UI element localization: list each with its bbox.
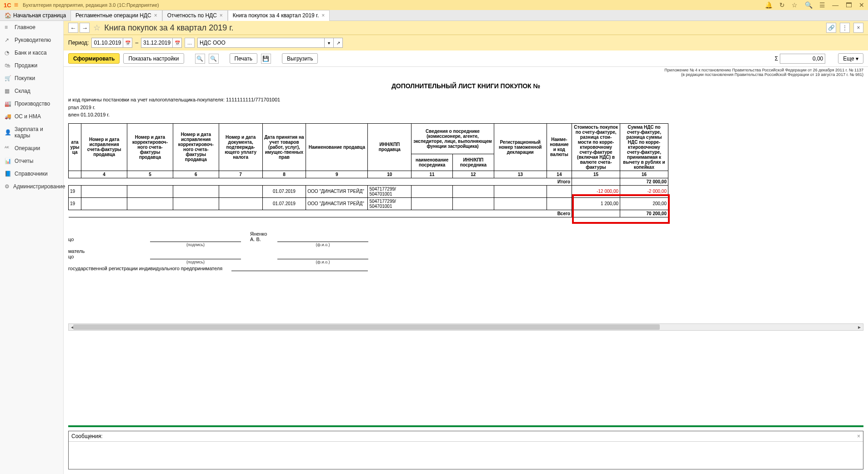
sign-sub: (ф.и.о.) xyxy=(277,260,368,264)
main-area: ← → ☆ Книга покупок за 4 квартал 2019 г.… xyxy=(64,21,868,474)
cell xyxy=(127,185,173,197)
bank-icon: ◔ xyxy=(5,50,11,56)
tab-close-icon[interactable]: × xyxy=(321,12,325,19)
cell: 01.07.2019 xyxy=(262,197,306,210)
cell xyxy=(547,185,572,197)
nav-assets[interactable]: 🚚ОС и НМА xyxy=(0,110,63,123)
favorite-star-icon[interactable]: ☆ xyxy=(93,23,100,33)
tab-label: Отчетность по НДС xyxy=(167,12,217,19)
export-button[interactable]: Выгрузить xyxy=(282,53,318,64)
link-icon[interactable]: 🔗 xyxy=(826,23,836,33)
maximize-icon[interactable]: 🗖 xyxy=(846,1,852,9)
scroll-right-icon[interactable]: ▸ xyxy=(856,324,863,330)
back-button[interactable]: ← xyxy=(68,23,78,33)
table-row: 19 01.07.2019 ООО "ДИНАСТИЯ ТРЕЙД" 50471… xyxy=(69,197,668,210)
filter-bar: Период: 📅 – 📅 ... ▾ ↗ xyxy=(64,35,868,50)
forward-button[interactable]: → xyxy=(80,23,90,33)
tab-reg-ops[interactable]: Регламентные операции НДС× xyxy=(70,10,162,21)
action-bar: Сформировать Показать настройки 🔍 🔍 Печа… xyxy=(64,50,868,67)
main-menu-icon[interactable]: ≡ xyxy=(14,1,18,9)
col-num: 4 xyxy=(81,171,127,178)
cell xyxy=(494,197,547,210)
nav-label: Склад xyxy=(15,88,30,94)
report-icon: 📊 xyxy=(5,158,11,164)
col-num: 8 xyxy=(262,171,306,178)
date-from-field: 📅 xyxy=(91,38,132,48)
tab-close-icon[interactable]: × xyxy=(154,12,157,19)
date-to-field: 📅 xyxy=(141,38,182,48)
info-line: ртал 2019 г. xyxy=(68,104,863,111)
nav-sales[interactable]: 🛍Продажи xyxy=(0,59,63,72)
star-icon[interactable]: ☆ xyxy=(792,1,798,9)
bag-icon: 🛍 xyxy=(5,62,11,69)
nav-label: Продажи xyxy=(15,62,37,69)
home-icon: 🏠 xyxy=(5,12,11,19)
close-icon[interactable]: ✕ xyxy=(859,1,864,9)
col-header: ИНН/КПП продавца xyxy=(368,123,411,171)
cell: 5047177299/ 504701001 xyxy=(368,185,411,197)
zoom-out-icon[interactable]: 🔍 xyxy=(209,54,219,64)
subtotal-value: 72 000,00 xyxy=(620,178,668,185)
zoom-in-icon[interactable]: 🔍 xyxy=(195,54,205,64)
save-icon[interactable]: 💾 xyxy=(261,54,271,64)
nav-warehouse[interactable]: ▦Склад xyxy=(0,85,63,97)
doc-title: ДОПОЛНИТЕЛЬНЫЙ ЛИСТ КНИГИ ПОКУПОК № xyxy=(68,78,863,96)
nav-manager[interactable]: ↗Руководителю xyxy=(0,34,63,46)
nav-purchases[interactable]: 🛒Покупки xyxy=(0,72,63,85)
form-button[interactable]: Сформировать xyxy=(68,53,120,64)
nav-main[interactable]: ≡Главное xyxy=(0,21,63,34)
kebab-icon[interactable]: ⋮ xyxy=(840,23,850,33)
nav-payroll[interactable]: 👤Зарплата и кадры xyxy=(0,123,63,142)
print-button[interactable]: Печать xyxy=(230,53,257,64)
total-row: Всего 70 200,00 xyxy=(69,210,668,217)
period-picker-button[interactable]: ... xyxy=(185,38,195,48)
settings-button[interactable]: Показать настройки xyxy=(123,53,184,64)
org-input[interactable] xyxy=(197,38,325,48)
messages-close-icon[interactable]: × xyxy=(857,433,860,439)
tab-close-icon[interactable]: × xyxy=(220,12,223,19)
sign-name: Яненко А. В. xyxy=(250,231,268,242)
open-icon[interactable]: ↗ xyxy=(334,38,343,48)
period-label: Период: xyxy=(68,40,89,46)
home-tab[interactable]: 🏠Начальная страница xyxy=(0,12,70,19)
col-header: Регистрационный номер таможенной деклара… xyxy=(494,123,547,171)
sign-line: (ф.и.о.) xyxy=(277,242,368,242)
nav-label: Операции xyxy=(15,145,40,151)
table-row: 19 01.07.2019 ООО "ДИНАСТИЯ ТРЕЙД" 50471… xyxy=(69,185,668,197)
dash-label: – xyxy=(135,40,138,46)
chevron-down-icon[interactable]: ▾ xyxy=(325,38,334,48)
report-scroll[interactable]: Приложение № 4 к постановлению Правитель… xyxy=(68,67,863,322)
sum-input[interactable] xyxy=(780,54,825,64)
history-icon[interactable]: ↻ xyxy=(779,1,785,9)
signature-block: цо (подпись) Яненко А. В. (ф.и.о.) мател… xyxy=(68,231,863,271)
col-num xyxy=(69,171,81,178)
app-logo: 1C xyxy=(4,2,11,9)
tab-vat-reports[interactable]: Отчетность по НДС× xyxy=(162,10,228,21)
tab-purchase-book[interactable]: Книга покупок за 4 квартал 2019 г.× xyxy=(228,10,330,21)
col-num: 10 xyxy=(368,171,411,178)
calendar-icon[interactable]: 📅 xyxy=(173,38,182,48)
minimize-icon[interactable]: — xyxy=(832,1,838,9)
nav-catalogs[interactable]: 📘Справочники xyxy=(0,167,63,180)
sign-line: (подпись) xyxy=(150,259,241,259)
nav-admin[interactable]: ⚙Администрирование xyxy=(0,180,63,193)
close-page-icon[interactable]: × xyxy=(853,23,863,33)
cart-icon: 🛒 xyxy=(5,75,11,81)
org-field: ▾ ↗ xyxy=(197,38,343,48)
calendar-icon[interactable]: 📅 xyxy=(123,38,132,48)
date-from-input[interactable] xyxy=(91,38,123,48)
nav-bank[interactable]: ◔Банк и касса xyxy=(0,46,63,59)
scroll-thumb[interactable] xyxy=(73,324,660,330)
search-icon[interactable]: 🔍 xyxy=(805,1,813,9)
col-header: Стоимость покупок по счету-фактуре, разн… xyxy=(572,123,620,171)
nav-reports[interactable]: 📊Отчеты xyxy=(0,155,63,167)
horizontal-scrollbar[interactable]: ◂ ▸ xyxy=(68,323,863,331)
nav-production[interactable]: 🏭Производство xyxy=(0,97,63,110)
settings-icon[interactable]: ☰ xyxy=(819,1,825,9)
date-to-input[interactable] xyxy=(141,38,173,48)
more-button[interactable]: Еще xyxy=(838,53,863,64)
col-num: 11 xyxy=(411,171,453,178)
bell-icon[interactable]: 🔔 xyxy=(765,1,773,9)
nav-operations[interactable]: ᴬᴷОперации xyxy=(0,142,63,155)
col-header: наименование посредника xyxy=(411,154,453,171)
